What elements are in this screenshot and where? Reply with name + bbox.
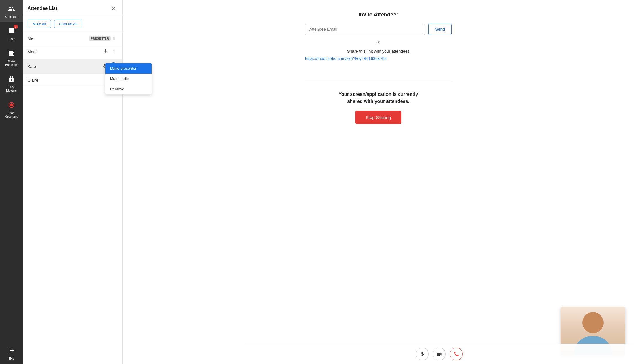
video-face [582,312,604,333]
dropdown-mute-audio[interactable]: Mute audio [105,74,152,84]
sidebar: Attendees 1 Chat MakePresenter LockMeeti… [0,0,23,364]
share-link[interactable]: https://meet.zoho.com/join?key=661685479… [305,56,387,61]
attendee-name: Mark [28,50,103,54]
presenter-badge: PRESENTER [89,36,111,41]
stop-sharing-button[interactable]: Stop Sharing [355,111,402,124]
screen-share-section: Your screen/application is currentlyshar… [305,91,452,124]
send-invite-button[interactable]: Send [428,24,452,35]
chat-badge: 1 [14,25,18,29]
invite-section: Invite Attendee: Send or Share this link… [305,12,452,61]
attendee-name: Me [28,36,87,41]
sidebar-chat-label: Chat [8,38,14,41]
exit-icon [6,345,17,356]
chat-icon: 1 [6,26,17,36]
unmute-all-button[interactable]: Unmute All [54,20,82,28]
mute-all-button[interactable]: Mute all [28,20,51,28]
sidebar-item-attendees[interactable]: Attendees [0,0,23,22]
attendee-panel: Attendee List ✕ Mute all Unmute All Me P… [23,0,123,364]
attendee-dropdown-menu: Make presenter Mute audio Remove [105,63,152,94]
dropdown-make-presenter[interactable]: Make presenter [105,63,152,74]
invite-title: Invite Attendee: [305,12,452,18]
attendee-email-input[interactable] [305,24,425,35]
screen-share-status-text: Your screen/application is currentlyshar… [305,91,452,105]
sidebar-make-presenter-label: MakePresenter [5,60,18,67]
make-presenter-icon [6,48,17,59]
section-divider [305,82,452,82]
camera-control-button[interactable] [433,348,446,360]
sidebar-lock-meeting-label: LockMeeting [6,86,17,93]
sidebar-item-make-presenter[interactable]: MakePresenter [0,45,23,70]
attendee-me-actions [111,35,118,41]
end-call-button[interactable] [450,348,463,360]
dropdown-remove[interactable]: Remove [105,84,152,94]
sidebar-attendees-label: Attendees [5,15,18,19]
panel-header: Attendee List ✕ [23,0,122,16]
sidebar-item-exit[interactable]: Exit [0,342,23,364]
main-area: Attendee List ✕ Mute all Unmute All Me P… [23,0,634,364]
attendee-name: Claire [28,78,118,83]
sidebar-exit-label: Exit [9,357,14,360]
attendee-mark-actions [103,49,118,55]
video-controls-bar [245,344,634,364]
content-area: Invite Attendee: Send or Share this link… [123,0,634,364]
share-link-text: Share this link with your attendees [305,49,452,54]
attendee-mark-more-button[interactable] [111,49,118,55]
attendee-me-more-button[interactable] [111,35,118,41]
sidebar-item-stop-recording[interactable]: StopRecording [0,96,23,122]
attendees-icon [6,4,17,14]
sidebar-stop-recording-label: StopRecording [5,111,18,118]
close-panel-button[interactable]: ✕ [110,5,118,12]
panel-title: Attendee List [28,6,57,11]
sidebar-item-chat[interactable]: 1 Chat [0,22,23,45]
attendee-row: Mark [23,45,122,59]
lock-icon [6,74,17,84]
stop-recording-icon [6,100,17,110]
sidebar-item-lock-meeting[interactable]: LockMeeting [0,70,23,96]
or-text: or [305,40,452,44]
attendee-row: Me PRESENTER [23,32,122,45]
sidebar-bottom: Exit [0,342,23,364]
mic-icon [103,49,108,55]
mute-actions-bar: Mute all Unmute All [23,16,122,32]
invite-input-row: Send [305,24,452,35]
attendee-name: Kate [28,64,102,69]
mic-control-button[interactable] [416,348,429,360]
